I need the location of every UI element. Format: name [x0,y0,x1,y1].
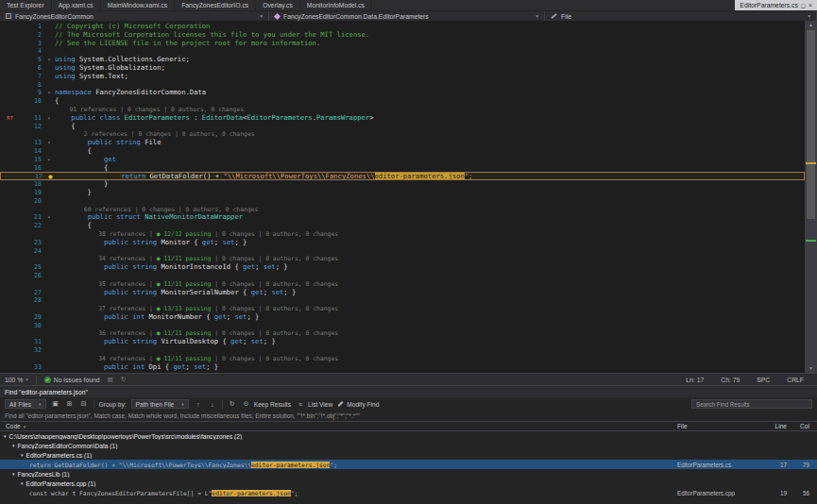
tab-mainwindow-xaml-cs[interactable]: MainWindow.xaml.cs [101,0,175,10]
code-editor[interactable]: 1// Copyright (c) Microsoft Corporation2… [0,21,817,373]
fold-margin[interactable]: ▾ [43,114,55,123]
find-group-row[interactable]: ▾FancyZonesEditorCommon\Data (1) [0,441,817,450]
codelens-line[interactable]: 34 references | ● 11/11 passing | 0 chan… [0,255,805,263]
keep-results-toggle[interactable]: ⊙ Keep Results [242,400,291,408]
code-line[interactable]: 6using System.Globalization; [0,64,805,73]
codelens-line[interactable]: 60 references | 0 changes | 0 authors, 0… [0,206,805,214]
tree-expand-icon[interactable]: ▾ [12,443,15,448]
code-line[interactable]: 21▾ public struct NativeMonitorDataWrapp… [0,213,805,222]
code-line[interactable]: 5▾using System.Collections.Generic; [0,56,805,64]
code-line[interactable]: 26 [0,272,805,280]
indent-indicator[interactable]: SPC [757,377,770,383]
codelens-line[interactable]: 91 references | 0 changes | 0 authors, 0… [0,106,805,114]
code-line[interactable]: 4 [0,47,805,56]
tab-monitorinfomodel-cs[interactable]: MonitorInfoModel.cs [300,0,372,10]
document-health[interactable]: ✓ No issues found [44,377,100,383]
code-line[interactable]: 24 [0,247,805,256]
find-group-row[interactable]: ▾FancyZonesLib (1) [0,469,817,479]
code-line[interactable]: 3// See the LICENSE file in the project … [0,40,805,48]
codelens-line[interactable]: 36 references | ● 11/11 passing | 0 chan… [0,329,805,338]
tree-expand-icon[interactable]: ▾ [4,433,7,439]
find-group-row[interactable]: ▾C:\Users\zhaopengwang\Desktop\powertoys… [0,431,817,441]
column-line[interactable]: Line [764,423,787,429]
tab-overlay-cs[interactable]: Overlay.cs [256,0,300,10]
expand-all-icon[interactable]: ⊞ [65,400,75,408]
eol-indicator[interactable]: CRLF [787,377,804,383]
column-indicator[interactable]: Ch: 79 [721,377,740,383]
scope-dropdown[interactable]: All Files ▾ [5,399,46,409]
tree-expand-icon[interactable]: ▾ [21,480,24,486]
code-line[interactable]: 16 { [0,164,805,173]
code-line[interactable]: RT11▾ public class EditorParameters : Ed… [0,114,805,123]
zoom-control[interactable]: 100 % ▾ [5,377,28,383]
previous-result-icon[interactable]: ↑ [194,401,203,408]
code-line[interactable]: 27 public string MonitorSerialNumber { g… [0,289,805,297]
fold-margin[interactable]: ▾ [43,213,55,222]
fold-margin[interactable]: ▾ [43,156,55,164]
tree-expand-icon[interactable]: ▾ [21,452,24,458]
code-line[interactable]: 25 public string MonitorInstanceId { get… [0,263,805,272]
code-line[interactable]: 31 public string VirtualDesktop { get; s… [0,338,805,346]
pin-icon[interactable]: ◻ [801,2,806,8]
code-line[interactable]: 33 public int Dpi { get; set; } [0,363,805,372]
close-icon[interactable]: × [808,2,812,8]
member-dropdown[interactable]: File ▾ [545,11,817,21]
code-line[interactable]: 28 [0,296,805,305]
code-line[interactable]: 17 return GetDataFolder() + "\\Microsoft… [0,172,805,180]
code-line[interactable]: 22 { [0,222,805,230]
search-find-results-input[interactable] [691,399,812,409]
modify-find-button[interactable]: Modify Find [337,401,379,408]
fold-margin[interactable]: ▾ [43,89,55,97]
next-result-icon[interactable]: ↓ [208,401,217,408]
tab-fancyzoneseditorio-cs[interactable]: FancyZonesEditorIO.cs [175,0,256,10]
code-line[interactable]: 9▾namespace FancyZonesEditorCommon.Data [0,89,805,97]
codelens-line[interactable]: 2 references | 0 changes | 0 authors, 0 … [0,130,805,139]
tree-expand-icon[interactable]: ▾ [12,471,15,477]
type-dropdown[interactable]: FancyZonesEditorCommon.Data.EditorParame… [269,11,545,21]
code-line[interactable]: 19 } [0,189,805,197]
project-dropdown[interactable]: FancyZonesEditorCommon ▾ [0,11,269,21]
column-code[interactable]: Code▾ [0,423,677,429]
code-line[interactable]: 13▾ public string File [0,139,805,147]
scroll-down-icon[interactable]: ▼ [805,364,817,373]
column-file[interactable]: File [677,423,764,429]
collapse-all-icon[interactable]: ⊟ [79,400,89,408]
find-group-row[interactable]: ▾EditorParameters.cpp (1) [0,479,817,488]
codelens-line[interactable]: 38 references | ● 12/12 passing | 0 chan… [0,230,805,239]
vertical-scrollbar[interactable]: ▲ ▼ [805,21,817,373]
code-line[interactable]: 10{ [0,97,805,106]
quick-actions-icon[interactable] [48,175,53,179]
fold-margin[interactable]: ▾ [43,139,55,147]
scroll-up-icon[interactable]: ▲ [805,21,817,29]
refresh-icon[interactable]: ↻ [228,400,237,408]
code-line[interactable]: 7using System.Text; [0,73,805,81]
codelens-line[interactable]: 37 references | ● 13/13 passing | 0 chan… [0,305,805,313]
code-line[interactable]: 29 public int MonitorNumber { get; set; … [0,313,805,322]
copy-icon[interactable]: ▣ [51,400,60,408]
column-col[interactable]: Col [787,423,809,429]
code-line[interactable]: 32 [0,346,805,355]
scrollbar-thumb[interactable] [807,30,815,219]
document-outline-icon[interactable]: ▥ [108,376,113,383]
code-line[interactable]: 15▾ get [0,156,805,164]
codelens-line[interactable]: 34 references | ● 11/11 passing | 0 chan… [0,355,805,363]
codelens-line[interactable]: 35 references | ● 11/11 passing | 0 chan… [0,280,805,289]
code-line[interactable]: 23 public string Monitor { get; set; } [0,239,805,247]
list-view-toggle[interactable]: ≡ List View [296,401,332,408]
code-line[interactable]: 14 { [0,147,805,156]
find-group-row[interactable]: ▾EditorParameters.cs (1) [0,450,817,460]
code-line[interactable]: 8 [0,81,805,90]
code-line[interactable]: 12 { [0,123,805,131]
code-line[interactable]: 1// Copyright (c) Microsoft Corporation [0,23,805,31]
code-line[interactable]: 2// The Microsoft Corporation licenses t… [0,31,805,40]
tab-app-xaml-cs[interactable]: App.xaml.cs [52,0,101,10]
sync-icon[interactable]: ↻ [121,376,126,383]
find-match-row[interactable]: return GetDataFolder() + "\\Microsoft\\P… [0,460,817,469]
code-line[interactable]: 18 } [0,180,805,189]
group-by-dropdown[interactable]: Path then File ▾ [131,399,189,409]
line-indicator[interactable]: Ln: 17 [686,377,704,383]
tab-test-explorer[interactable]: Test Explorer [0,0,52,10]
fold-margin[interactable]: ▾ [43,56,55,64]
code-line[interactable]: 20 [0,197,805,206]
find-match-row[interactable]: const wchar_t FancyZonesEditorParameters… [0,488,817,497]
